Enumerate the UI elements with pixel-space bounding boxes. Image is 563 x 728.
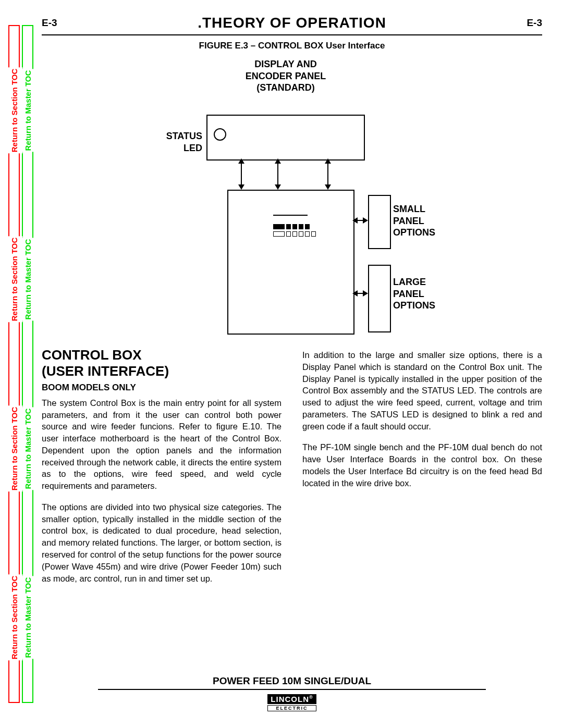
page-content: E-3 .THEORY OF OPERATION E-3 FIGURE E.3 … bbox=[42, 15, 542, 712]
arrow-icon bbox=[235, 158, 248, 190]
label-display-panel: DISPLAY ANDENCODER PANEL(STANDARD) bbox=[223, 58, 348, 94]
label-small-panel: SMALLPANELOPTIONS bbox=[393, 203, 450, 239]
svg-marker-4 bbox=[275, 158, 281, 164]
svg-marker-13 bbox=[352, 290, 358, 297]
paragraph: The options are divided into two physica… bbox=[42, 501, 282, 584]
brand-logo: LINCOLN® ELECTRIC bbox=[263, 693, 320, 712]
paragraph: In addition to the large and smaller siz… bbox=[302, 349, 542, 432]
page: Return to Section TOC Return to Section … bbox=[0, 0, 563, 728]
box-motherboard bbox=[227, 190, 354, 335]
svg-marker-1 bbox=[238, 158, 244, 164]
body-columns: CONTROL BOX(USER INTERFACE) BOOM MODELS … bbox=[42, 347, 542, 594]
svg-marker-10 bbox=[352, 217, 358, 224]
product-name: POWER FEED 10M SINGLE/DUAL bbox=[98, 675, 486, 690]
dip-switch-icon bbox=[286, 224, 291, 229]
dip-underline bbox=[273, 215, 308, 216]
svg-marker-8 bbox=[325, 184, 331, 190]
master-toc-column: Return to Master TOC Return to Master TO… bbox=[22, 25, 33, 703]
dip-switch-icon bbox=[299, 231, 303, 237]
svg-marker-2 bbox=[238, 184, 244, 190]
brand-logo-sub: ELECTRIC bbox=[267, 705, 316, 711]
return-master-toc-link[interactable]: Return to Master TOC bbox=[19, 69, 36, 152]
svg-marker-11 bbox=[363, 217, 368, 224]
return-master-toc-link[interactable]: Return to Master TOC bbox=[19, 407, 36, 490]
arrow-icon bbox=[271, 158, 285, 190]
paragraph: The PF-10M single bench and the PF-10M d… bbox=[302, 441, 542, 489]
svg-marker-5 bbox=[275, 184, 281, 190]
dip-switch-icon bbox=[311, 231, 316, 237]
page-number-right: E-3 bbox=[511, 17, 542, 29]
svg-marker-14 bbox=[363, 290, 368, 297]
figure-caption: FIGURE E.3 – CONTROL BOX User Interface bbox=[42, 41, 542, 51]
dip-switch-icon bbox=[286, 231, 291, 237]
page-title: .THEORY OF OPERATION bbox=[73, 15, 511, 31]
section-heading: CONTROL BOX(USER INTERFACE) bbox=[42, 347, 282, 379]
figure-diagram: DISPLAY ANDENCODER PANEL(STANDARD) STATU… bbox=[94, 58, 490, 335]
label-status-led: STATUSLED bbox=[155, 130, 202, 154]
dip-switch-icon bbox=[273, 224, 285, 229]
status-led-icon bbox=[214, 128, 226, 141]
svg-marker-7 bbox=[325, 158, 331, 164]
brand-logo-text: LINCOLN® bbox=[267, 694, 316, 704]
side-toc-tabs: Return to Section TOC Return to Section … bbox=[8, 25, 33, 703]
label-large-panel: LARGEPANELOPTIONS bbox=[393, 276, 450, 312]
dip-switch-icon bbox=[305, 231, 310, 237]
box-small-panel bbox=[368, 195, 391, 249]
return-master-toc-link[interactable]: Return to Master TOC bbox=[19, 238, 36, 321]
page-footer: POWER FEED 10M SINGLE/DUAL LINCOLN® ELEC… bbox=[42, 675, 542, 712]
box-large-panel bbox=[368, 265, 391, 332]
page-header: E-3 .THEORY OF OPERATION E-3 bbox=[42, 15, 542, 31]
arrow-icon bbox=[352, 214, 368, 227]
paragraph: The system Control Box is the main entry… bbox=[42, 397, 282, 492]
page-number-left: E-3 bbox=[42, 17, 73, 29]
box-display-panel bbox=[206, 115, 365, 161]
return-master-toc-link[interactable]: Return to Master TOC bbox=[19, 576, 36, 659]
dip-switch-icon bbox=[273, 231, 285, 237]
dip-switch-icon bbox=[299, 224, 303, 229]
section-subheading: BOOM MODELS ONLY bbox=[42, 381, 282, 393]
dip-switch-icon bbox=[292, 224, 297, 229]
column-right: In addition to the large and smaller siz… bbox=[302, 347, 542, 594]
dip-switch-icon bbox=[305, 224, 310, 229]
header-rule bbox=[42, 34, 542, 35]
arrow-icon bbox=[352, 287, 368, 300]
dip-switch-icon bbox=[292, 231, 297, 237]
column-left: CONTROL BOX(USER INTERFACE) BOOM MODELS … bbox=[42, 347, 282, 594]
arrow-icon bbox=[321, 158, 335, 190]
section-toc-column: Return to Section TOC Return to Section … bbox=[8, 25, 20, 703]
